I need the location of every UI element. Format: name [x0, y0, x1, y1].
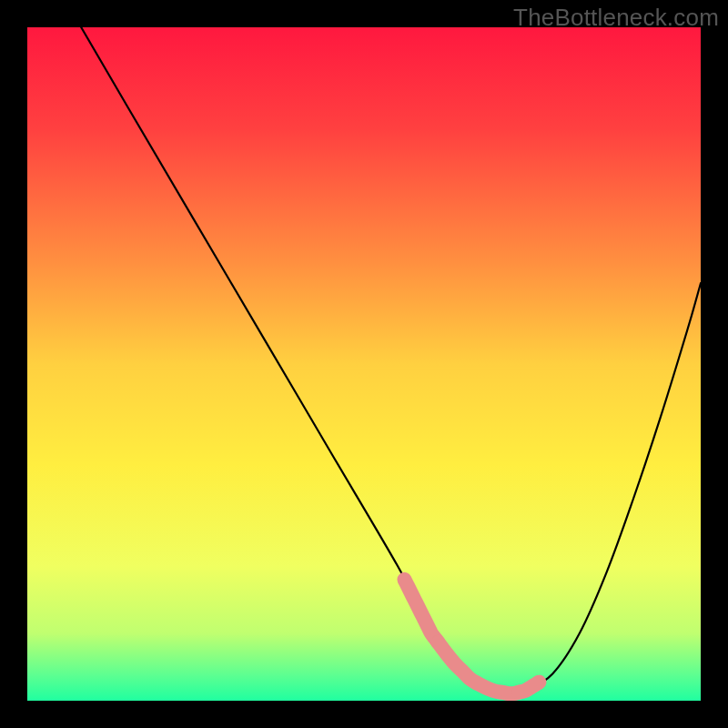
gradient-bg: [27, 27, 701, 701]
watermark-label: TheBottleneck.com: [513, 4, 719, 32]
chart-container: TheBottleneck.com: [0, 0, 728, 728]
bottleneck-chart: [27, 27, 701, 701]
